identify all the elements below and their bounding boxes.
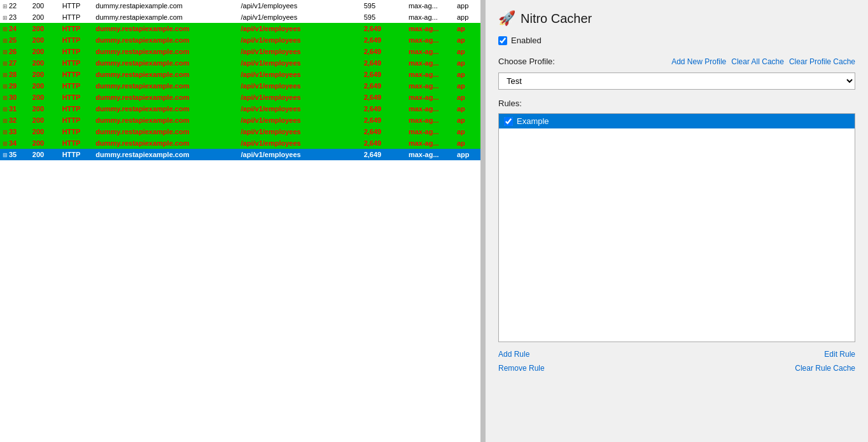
edit-rule-button[interactable]: Edit Rule [824, 350, 855, 359]
row-cache: max-ag... [406, 34, 454, 46]
row-path: /api/v1/employees [239, 80, 361, 92]
enabled-row: Enabled [498, 36, 855, 45]
row-num: ⊞34 [0, 137, 30, 149]
row-status: 200 [30, 11, 60, 23]
row-host: dummy.restapiexample.com [93, 57, 238, 69]
clear-rule-cache-button[interactable]: Clear Rule Cache [795, 364, 855, 373]
row-type: ap [454, 114, 480, 126]
table-row[interactable]: ⊞35 200 HTTP dummy.restapiexample.com /a… [0, 149, 480, 160]
table-row[interactable]: ⊞34 200 HTTP dummy.restapiexample.com /a… [0, 137, 480, 149]
table-row[interactable]: ⊞30 200 HTTP dummy.restapiexample.com /a… [0, 92, 480, 103]
profile-select-row: Test [498, 73, 855, 90]
row-num: ⊞25 [0, 34, 30, 46]
row-cache: max-ag... [406, 114, 454, 126]
table-row[interactable]: ⊞27 200 HTTP dummy.restapiexample.com /a… [0, 57, 480, 69]
row-type: app [454, 0, 480, 11]
row-cache: max-ag... [406, 0, 454, 11]
profile-select[interactable]: Test [498, 73, 855, 90]
row-host: dummy.restapiexample.com [93, 0, 238, 11]
bottom-actions: Add Rule Edit Rule Remove Rule Clear Rul… [498, 350, 855, 373]
row-size: 2,649 [361, 137, 406, 149]
row-status: 200 [30, 114, 60, 126]
rule-item[interactable]: Example [499, 114, 855, 128]
row-cache: max-ag... [406, 103, 454, 114]
row-method: HTTP [60, 92, 94, 103]
row-path: /api/v1/employees [239, 69, 361, 80]
row-size: 595 [361, 0, 406, 11]
row-type: ap [454, 23, 480, 34]
row-status: 200 [30, 80, 60, 92]
row-path: /api/v1/employees [239, 103, 361, 114]
row-size: 2,649 [361, 92, 406, 103]
table-row[interactable]: ⊞24 200 HTTP dummy.restapiexample.com /a… [0, 23, 480, 34]
table-row[interactable]: ⊞25 200 HTTP dummy.restapiexample.com /a… [0, 34, 480, 46]
row-status: 200 [30, 0, 60, 11]
table-row[interactable]: ⊞23 200 HTTP dummy.restapiexample.com /a… [0, 11, 480, 23]
row-path: /api/v1/employees [239, 34, 361, 46]
row-method: HTTP [60, 0, 94, 11]
row-host: dummy.restapiexample.com [93, 126, 238, 137]
row-method: HTTP [60, 80, 94, 92]
row-path: /api/v1/employees [239, 137, 361, 149]
add-rule-button[interactable]: Add Rule [498, 350, 529, 359]
row-method: HTTP [60, 46, 94, 57]
table-row[interactable]: ⊞22 200 HTTP dummy.restapiexample.com /a… [0, 0, 480, 11]
enabled-label[interactable]: Enabled [511, 36, 542, 45]
row-size: 2,649 [361, 57, 406, 69]
profile-label: Choose Profile: [498, 57, 555, 66]
row-host: dummy.restapiexample.com [93, 69, 238, 80]
clear-profile-cache-button[interactable]: Clear Profile Cache [789, 57, 855, 66]
network-log-panel: ⊞22 200 HTTP dummy.restapiexample.com /a… [0, 0, 480, 442]
row-type: ap [454, 46, 480, 57]
row-type: ap [454, 137, 480, 149]
panel-divider [480, 0, 486, 442]
table-row[interactable]: ⊞33 200 HTTP dummy.restapiexample.com /a… [0, 126, 480, 137]
add-new-profile-button[interactable]: Add New Profile [671, 57, 726, 66]
row-path: /api/v1/employees [239, 126, 361, 137]
row-type: ap [454, 34, 480, 46]
row-method: HTTP [60, 103, 94, 114]
row-method: HTTP [60, 69, 94, 80]
clear-all-cache-button[interactable]: Clear All Cache [731, 57, 784, 66]
row-num: ⊞29 [0, 80, 30, 92]
row-host: dummy.restapiexample.com [93, 11, 238, 23]
row-cache: max-ag... [406, 92, 454, 103]
table-row[interactable]: ⊞26 200 HTTP dummy.restapiexample.com /a… [0, 46, 480, 57]
table-row[interactable]: ⊞31 200 HTTP dummy.restapiexample.com /a… [0, 103, 480, 114]
row-path: /api/v1/employees [239, 92, 361, 103]
row-num: ⊞23 [0, 11, 30, 23]
row-size: 2,649 [361, 103, 406, 114]
row-type: ap [454, 80, 480, 92]
row-status: 200 [30, 126, 60, 137]
row-type: app [454, 11, 480, 23]
rules-list[interactable]: Example [498, 113, 855, 342]
row-type: ap [454, 57, 480, 69]
row-method: HTTP [60, 23, 94, 34]
row-type: ap [454, 126, 480, 137]
row-size: 2,649 [361, 46, 406, 57]
row-path: /api/v1/employees [239, 11, 361, 23]
row-status: 200 [30, 69, 60, 80]
table-row[interactable]: ⊞28 200 HTTP dummy.restapiexample.com /a… [0, 69, 480, 80]
row-size: 595 [361, 11, 406, 23]
table-row[interactable]: ⊞29 200 HTTP dummy.restapiexample.com /a… [0, 80, 480, 92]
row-cache: max-ag... [406, 137, 454, 149]
row-path: /api/v1/employees [239, 57, 361, 69]
table-row[interactable]: ⊞32 200 HTTP dummy.restapiexample.com /a… [0, 114, 480, 126]
row-path: /api/v1/employees [239, 0, 361, 11]
panel-title-row: 🚀 Nitro Cacher [498, 10, 855, 27]
row-method: HTTP [60, 114, 94, 126]
network-table: ⊞22 200 HTTP dummy.restapiexample.com /a… [0, 0, 480, 160]
row-num: ⊞35 [0, 149, 30, 160]
row-status: 200 [30, 46, 60, 57]
row-size: 2,649 [361, 149, 406, 160]
row-cache: max-ag... [406, 80, 454, 92]
row-size: 2,649 [361, 34, 406, 46]
row-method: HTTP [60, 149, 94, 160]
row-path: /api/v1/employees [239, 114, 361, 126]
row-num: ⊞27 [0, 57, 30, 69]
rule-checkbox[interactable] [504, 117, 513, 126]
enabled-checkbox[interactable] [498, 36, 507, 45]
row-host: dummy.restapiexample.com [93, 137, 238, 149]
remove-rule-button[interactable]: Remove Rule [498, 364, 545, 373]
